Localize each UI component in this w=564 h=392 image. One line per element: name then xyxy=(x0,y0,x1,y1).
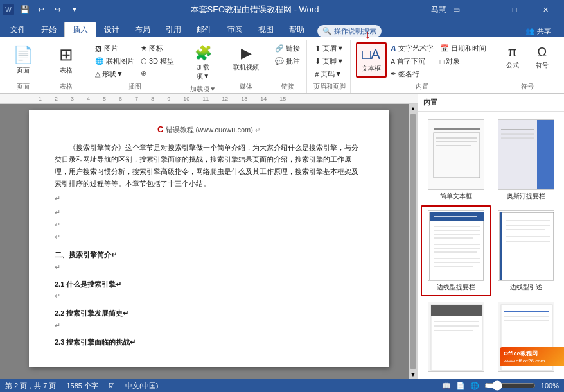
tab-file[interactable]: 文件 xyxy=(3,22,33,37)
gallery-item-6[interactable] xyxy=(491,296,562,379)
tab-layout[interactable]: 布局 xyxy=(127,22,158,37)
tab-insert[interactable]: 插入 xyxy=(64,22,96,37)
object-icon: □ xyxy=(440,58,445,65)
header-button[interactable]: ⬆ 页眉▼ xyxy=(312,42,346,55)
status-bar: 第 2 页，共 7 页 1585 个字 ☑ 中文(中国) 📖 📄 🌐 100% xyxy=(0,379,564,392)
window-title: 本套SEO教程由错误教程网 - Word xyxy=(84,4,426,15)
ribbon-toggle[interactable]: ▭ xyxy=(449,5,464,14)
group-media: ▶ 联机视频 媒体 xyxy=(225,40,267,93)
view-mode-print[interactable]: 📄 xyxy=(456,382,465,390)
object-button[interactable]: □ 对象 xyxy=(437,55,489,67)
svg-rect-0 xyxy=(434,128,480,130)
tab-design[interactable]: 设计 xyxy=(96,22,127,37)
gallery-label-simple: 简单文本框 xyxy=(440,192,472,200)
gallery-item-border-citation[interactable]: 边线型引述 xyxy=(491,205,562,296)
spell-check-icon[interactable]: ☑ xyxy=(109,382,115,390)
page-header: C 错误教程 (www.cuowu.com) ↵ xyxy=(55,123,363,137)
tab-review[interactable]: 审阅 xyxy=(220,22,251,37)
vertical-scrollbar[interactable]: ▲ ▼ xyxy=(409,104,418,379)
dropcap-button[interactable]: A 首字下沉 xyxy=(388,55,436,67)
page-content[interactable]: 《搜索引擎简介》这个章节是对搜索引擎做一个简单介绍，为大家介绍什么是搜索引擎，与… xyxy=(55,142,363,348)
word-count: 1585 个字 xyxy=(66,381,98,391)
tab-home[interactable]: 开始 xyxy=(33,22,64,37)
save-button[interactable]: 💾 xyxy=(18,3,31,16)
datetime-icon: 📅 xyxy=(440,44,449,53)
undo-button[interactable]: ↩ xyxy=(35,3,48,16)
picture-button[interactable]: 🖼 图片 xyxy=(93,42,137,55)
addins-button[interactable]: 🧩 加载项▼ xyxy=(186,42,220,83)
search-icon: 🔍 xyxy=(322,27,331,35)
online-video-button[interactable]: ▶ 联机视频 xyxy=(229,42,263,80)
smartart-button[interactable]: ⊕ xyxy=(138,68,177,79)
zoom-level: 100% xyxy=(541,382,559,389)
svg-rect-11 xyxy=(430,212,484,221)
gallery-label-border-citation: 边线型引述 xyxy=(510,283,542,291)
customize-quick-access[interactable]: ▼ xyxy=(68,3,81,16)
section-title-22: 2.2 搜索引擎发展简史↵ xyxy=(55,307,363,320)
page-number-button[interactable]: # 页码▼ xyxy=(312,68,346,80)
quick-access-toolbar: W 💾 ↩ ↪ ▼ xyxy=(0,3,84,16)
search-bar[interactable]: 🔍 操作说明搜索 xyxy=(317,25,382,37)
tab-references[interactable]: 引用 xyxy=(158,22,189,37)
gallery-item-border-sidebar[interactable]: 边线型提要栏 xyxy=(421,205,491,296)
link-button[interactable]: 🔗 链接 xyxy=(272,42,303,55)
restore-button[interactable]: □ xyxy=(500,0,529,19)
footer-button[interactable]: ⬇ 页脚▼ xyxy=(312,55,346,67)
text-col1: □A 文本框 xyxy=(356,42,387,78)
view-mode-read[interactable]: 📖 xyxy=(442,382,451,390)
thumb5 xyxy=(428,302,484,372)
table-icon: ⊞ xyxy=(59,45,73,65)
share-label: 共享 xyxy=(537,26,551,36)
hf-col: ⬆ 页眉▼ ⬇ 页脚▼ # 页码▼ xyxy=(312,42,346,80)
tab-view[interactable]: 视图 xyxy=(251,22,281,37)
datetime-button[interactable]: 📅 日期和时间 xyxy=(437,42,489,55)
table-button[interactable]: ⊞ 表格 xyxy=(49,42,83,80)
scroll-thumb[interactable] xyxy=(410,114,416,369)
word-icon: W xyxy=(3,4,14,15)
tab-help[interactable]: 帮助 xyxy=(281,22,312,37)
group-media-content: ▶ 联机视频 xyxy=(229,40,263,81)
icons-label: 图标 xyxy=(149,44,163,53)
online-picture-button[interactable]: 🌐 联机图片 xyxy=(93,55,137,67)
group-addins-content: 🧩 加载项▼ xyxy=(186,40,220,83)
view-mode-web[interactable]: 🌐 xyxy=(470,382,479,390)
paragraph-mark-4: ↵ xyxy=(55,231,363,243)
gallery-thumb-border-citation xyxy=(498,210,554,281)
svg-rect-24 xyxy=(500,212,502,280)
equation-button[interactable]: π 公式 xyxy=(498,42,527,80)
symbol-button[interactable]: Ω 符号 xyxy=(528,42,556,80)
textbox-button[interactable]: □A 文本框 xyxy=(356,42,387,78)
close-button[interactable]: ✕ xyxy=(531,0,560,19)
share-button[interactable]: 👥 共享 xyxy=(520,25,556,37)
signature-button[interactable]: ✒ 签名行 xyxy=(388,68,436,80)
gallery-title: 内置 xyxy=(418,94,564,112)
wordart-button[interactable]: A 文字艺术字 xyxy=(388,42,436,55)
gallery-item-5[interactable] xyxy=(421,296,491,379)
page-count: 第 2 页，共 7 页 xyxy=(5,381,56,391)
dropcap-icon: A xyxy=(391,58,395,65)
comment-button[interactable]: 💬 批注 xyxy=(272,55,303,67)
link-label: 链接 xyxy=(286,44,300,53)
icons-button[interactable]: ★ 图标 xyxy=(138,42,177,55)
shapes-button[interactable]: △ 形状▼ xyxy=(93,68,137,80)
zoom-slider[interactable] xyxy=(484,380,536,391)
3d-model-button[interactable]: ⬡ 3D 模型 xyxy=(138,55,177,67)
minimize-button[interactable]: ─ xyxy=(469,0,498,19)
pages-button[interactable]: 📄 页面 xyxy=(6,42,40,80)
office-logo: Office教程网 www.office26.com xyxy=(500,347,564,366)
scroll-down[interactable]: ▼ xyxy=(409,370,418,379)
ribbon-content: 📄 页面 页面 ⊞ 表格 表格 🖼 图片 xyxy=(0,37,564,94)
gallery-item-simple[interactable]: 简单文本框 xyxy=(421,114,491,205)
page-number-label: 页码▼ xyxy=(321,69,342,79)
gallery-item-austin[interactable]: 奥斯汀提要栏 xyxy=(491,114,562,205)
border-sidebar-thumb xyxy=(428,211,484,281)
redo-button[interactable]: ↪ xyxy=(51,3,64,16)
group-text-label: 内置 xyxy=(416,81,428,93)
shapes-label: 形状▼ xyxy=(102,69,123,79)
ribbon-tab-bar: 文件 开始 插入 设计 布局 引用 邮件 审阅 视图 帮助 🔍 操作说明搜索 👥… xyxy=(0,19,564,37)
tab-mailings[interactable]: 邮件 xyxy=(189,22,220,37)
paragraph-mark-1: ↵ xyxy=(55,192,363,205)
ribbon: 文件 开始 插入 设计 布局 引用 邮件 审阅 视图 帮助 🔍 操作说明搜索 👥… xyxy=(0,19,564,94)
video-icon: ▶ xyxy=(241,45,252,62)
scroll-up[interactable]: ▲ xyxy=(409,104,418,113)
